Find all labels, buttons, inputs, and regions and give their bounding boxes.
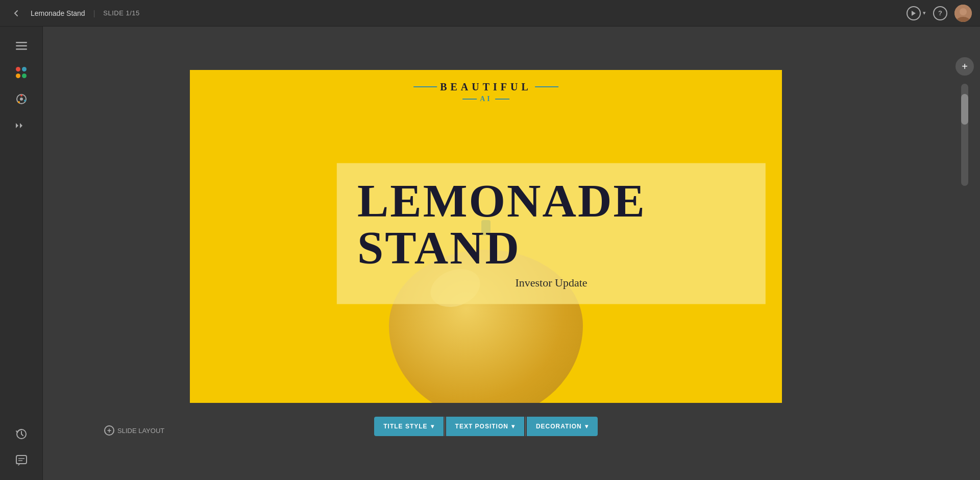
slide-layout-add-icon: + (104, 425, 114, 436)
title-box[interactable]: LEMONADE STAND Investor Update (337, 163, 766, 304)
svg-rect-5 (16, 49, 27, 50)
play-dropdown-arrow: ▾ (923, 10, 926, 16)
back-button[interactable] (8, 5, 24, 21)
svg-point-9 (24, 100, 26, 102)
main-area: BEAUTIFUL AI (0, 27, 980, 480)
text-position-dropdown-icon: ▾ (511, 423, 515, 430)
svg-point-10 (18, 101, 20, 103)
sidebar-icon-menu[interactable] (10, 35, 33, 57)
svg-rect-4 (16, 45, 27, 47)
bottom-area: + SLIDE LAYOUT TITLE STYLE ▾ TEXT POSITI… (53, 410, 919, 447)
svg-rect-12 (16, 455, 27, 464)
slide-layout-button[interactable]: + SLIDE LAYOUT (104, 425, 164, 436)
center-content: BEAUTIFUL AI (43, 27, 949, 480)
bai-logo: BEAUTIFUL AI (413, 81, 558, 103)
svg-rect-3 (16, 42, 27, 43)
sidebar-icon-animations[interactable] (10, 114, 33, 137)
right-panel: + (949, 27, 980, 480)
slide-subtitle: Investor Update (515, 276, 587, 290)
bai-logo-bottom: AI (462, 95, 509, 103)
title-style-dropdown-icon: ▾ (431, 423, 434, 430)
svg-point-8 (20, 94, 22, 97)
bai-text-beautiful: BEAUTIFUL (437, 81, 535, 93)
sidebar-icon-history[interactable] (10, 423, 33, 445)
svg-point-1 (960, 8, 967, 15)
toolbar-divider-2 (525, 417, 526, 436)
slide-canvas[interactable]: BEAUTIFUL AI (190, 70, 782, 403)
bai-bottom-line-left (462, 99, 477, 100)
left-sidebar (0, 27, 43, 480)
color-grid-icon (16, 67, 27, 78)
play-button[interactable]: ▾ (906, 6, 926, 20)
top-bar: Lemonade Stand | SLIDE 1/15 ▾ ? (0, 0, 980, 27)
play-circle-icon (906, 6, 921, 20)
slide-layout-label: SLIDE LAYOUT (117, 427, 164, 435)
decoration-dropdown-icon: ▾ (585, 423, 589, 430)
title-divider: | (93, 9, 95, 17)
top-bar-right: ▾ ? (906, 5, 972, 22)
slide-indicator: SLIDE 1/15 (103, 9, 140, 17)
bai-logo-top: BEAUTIFUL (413, 81, 558, 93)
toolbar-divider-1 (445, 417, 445, 436)
sidebar-icon-comments[interactable] (10, 449, 33, 472)
sidebar-icon-palette[interactable] (10, 88, 33, 110)
top-bar-left: Lemonade Stand | SLIDE 1/15 (8, 5, 906, 21)
doc-title: Lemonade Stand (31, 9, 85, 17)
avatar[interactable] (954, 5, 972, 22)
scrollbar-thumb (961, 94, 968, 125)
svg-point-7 (20, 98, 23, 101)
bai-top-line-left (413, 86, 437, 87)
scrollbar-track[interactable] (961, 84, 968, 186)
toolbar-buttons: TITLE STYLE ▾ TEXT POSITION ▾ DECORATION… (374, 417, 597, 436)
bai-text-ai: AI (480, 95, 492, 103)
title-style-button[interactable]: TITLE STYLE ▾ (374, 417, 443, 436)
sidebar-icon-colors[interactable] (10, 61, 33, 84)
slide-wrapper: BEAUTIFUL AI (190, 70, 782, 403)
bai-top-line-right (535, 86, 558, 87)
decoration-button[interactable]: DECORATION ▾ (527, 417, 598, 436)
zoom-add-button[interactable]: + (955, 57, 974, 76)
text-position-button[interactable]: TEXT POSITION ▾ (446, 417, 524, 436)
slide-title: LEMONADE STAND (357, 177, 745, 271)
help-button[interactable]: ? (933, 6, 947, 20)
bai-bottom-line-right (495, 99, 509, 100)
